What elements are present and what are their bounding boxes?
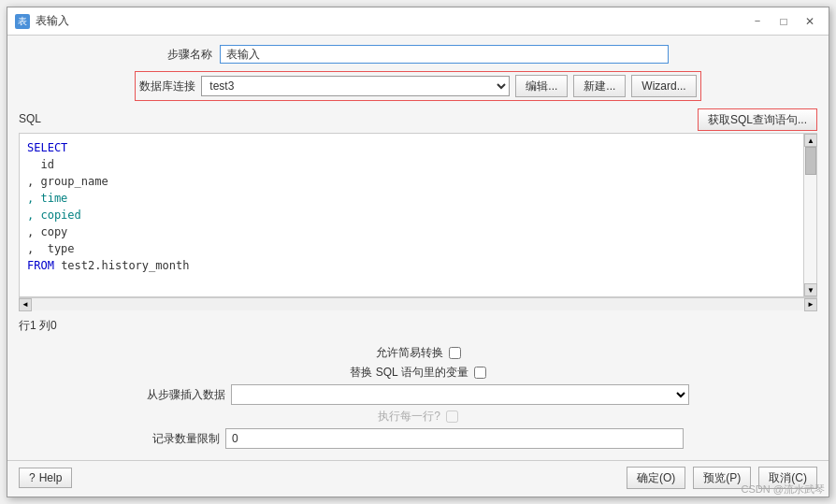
insert-from-step-row: 从步骤插入数据	[19, 384, 817, 405]
window-title: 表输入	[36, 13, 69, 29]
db-conn-box: 数据库连接 test3 编辑... 新建... Wizard...	[135, 71, 700, 101]
help-button[interactable]: ? Help	[19, 468, 72, 488]
title-bar-left: 表 表输入	[15, 13, 69, 29]
allow-convert-row: 允许简易转换	[19, 345, 817, 361]
main-window: 表 表输入 － □ ✕ 步骤名称 数据库连接 test3 编辑... 新建...…	[7, 7, 829, 497]
scroll-track	[804, 147, 816, 283]
db-conn-row: 数据库连接 test3 编辑... 新建... Wizard...	[19, 71, 817, 101]
insert-from-step-select[interactable]	[231, 384, 689, 405]
get-sql-button[interactable]: 获取SQL查询语句...	[698, 108, 817, 131]
wizard-button[interactable]: Wizard...	[631, 75, 696, 97]
db-conn-select[interactable]: test3	[201, 76, 510, 96]
sql-editor[interactable]: SELECT id , group_name , time , copied ,…	[20, 134, 803, 296]
scroll-down-button[interactable]: ▼	[804, 283, 817, 296]
confirm-button[interactable]: 确定(O)	[627, 467, 685, 489]
replace-vars-checkbox[interactable]	[474, 367, 486, 379]
maximize-button[interactable]: □	[772, 12, 795, 31]
step-name-input[interactable]	[220, 45, 669, 64]
db-conn-label: 数据库连接	[139, 79, 195, 94]
close-button[interactable]: ✕	[799, 12, 821, 31]
bottom-left: ? Help	[19, 468, 72, 488]
records-limit-row: 记录数量限制	[19, 428, 817, 449]
window-icon: 表	[15, 14, 30, 29]
title-bar: 表 表输入 － □ ✕	[7, 7, 829, 36]
allow-convert-checkbox[interactable]	[449, 347, 461, 359]
allow-convert-label: 允许简易转换	[376, 345, 443, 361]
execute-each-row-label: 执行每一行?	[378, 409, 440, 425]
insert-from-step-label: 从步骤插入数据	[147, 387, 225, 403]
replace-vars-row: 替换 SQL 语句里的变量	[19, 365, 817, 381]
records-limit-label: 记录数量限制	[152, 431, 220, 447]
watermark: CSDN @流水武琴	[742, 482, 825, 497]
sql-editor-wrapper: SELECT id , group_name , time , copied ,…	[19, 133, 817, 297]
scroll-thumb[interactable]	[805, 147, 816, 175]
horizontal-scrollbar[interactable]: ◄ ►	[19, 297, 817, 310]
content-area: 步骤名称 数据库连接 test3 编辑... 新建... Wizard... S…	[7, 36, 829, 460]
scroll-right-button[interactable]: ►	[804, 298, 817, 311]
sql-label: SQL	[19, 112, 41, 125]
vertical-scrollbar[interactable]: ▲ ▼	[803, 134, 816, 296]
question-icon: ?	[29, 471, 36, 484]
sql-section: SQL 获取SQL查询语句... SELECT id , group_name …	[19, 108, 817, 310]
row-col-info: 行1 列0	[19, 316, 817, 336]
bottom-bar: ? Help 确定(O) 预览(P) 取消(C) CSDN @流水武琴	[7, 460, 829, 497]
step-name-label: 步骤名称	[167, 47, 212, 63]
new-button[interactable]: 新建...	[573, 75, 626, 97]
title-controls: － □ ✕	[746, 12, 821, 31]
options-section: 允许简易转换 替换 SQL 语句里的变量 从步骤插入数据 执行每一行? 记录数量…	[19, 341, 817, 453]
scroll-left-button[interactable]: ◄	[19, 298, 32, 311]
scroll-up-button[interactable]: ▲	[804, 134, 817, 147]
replace-vars-label: 替换 SQL 语句里的变量	[350, 365, 468, 381]
edit-button[interactable]: 编辑...	[515, 75, 568, 97]
step-name-row: 步骤名称	[19, 45, 817, 64]
execute-each-row-checkbox[interactable]	[446, 410, 458, 423]
minimize-button[interactable]: －	[746, 12, 769, 31]
execute-each-row: 执行每一行?	[19, 409, 817, 425]
records-limit-input[interactable]	[225, 428, 684, 449]
